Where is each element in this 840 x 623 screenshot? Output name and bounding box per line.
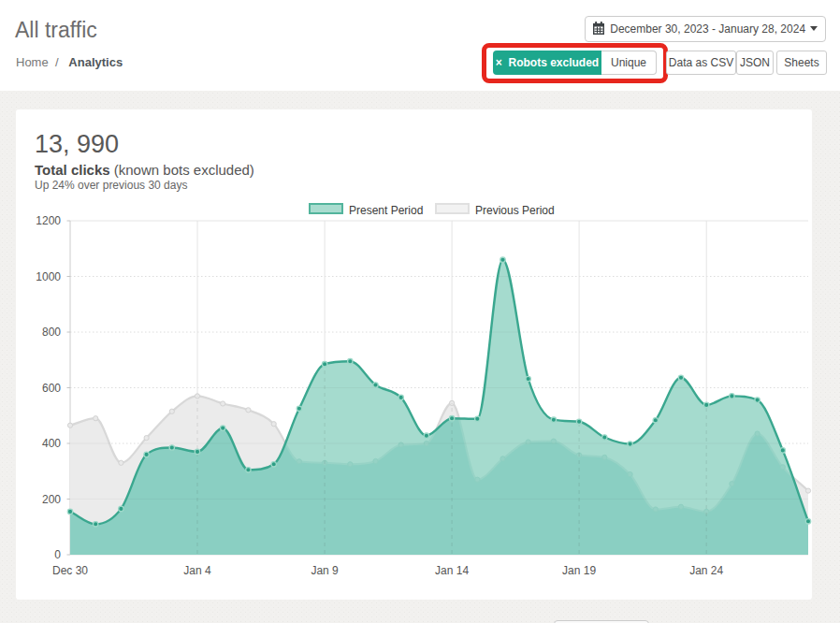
svg-text:600: 600 <box>42 382 61 395</box>
svg-text:1200: 1200 <box>36 214 61 227</box>
svg-text:200: 200 <box>42 493 61 506</box>
svg-text:Jan 24: Jan 24 <box>689 564 723 577</box>
svg-text:Jan 14: Jan 14 <box>435 564 469 577</box>
svg-text:800: 800 <box>42 326 61 339</box>
svg-text:Jan 4: Jan 4 <box>183 564 211 577</box>
svg-text:Dec 30: Dec 30 <box>52 564 88 577</box>
svg-text:400: 400 <box>42 437 61 450</box>
svg-text:0: 0 <box>54 548 61 561</box>
svg-text:1000: 1000 <box>36 270 61 283</box>
svg-text:Jan 19: Jan 19 <box>562 564 596 577</box>
svg-text:Jan 9: Jan 9 <box>311 564 339 577</box>
